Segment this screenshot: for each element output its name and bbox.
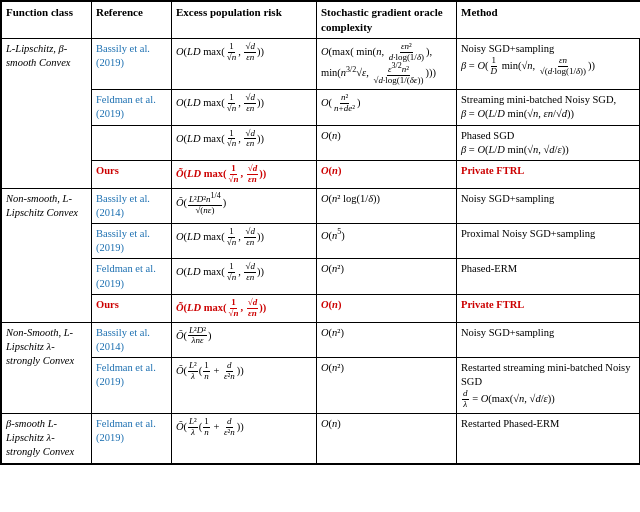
- ref-cell: Feldman et al. (2019): [92, 357, 172, 413]
- risk-cell-ours: Õ(LD max(1√n, √dεn)): [172, 160, 317, 188]
- table-row-ours: Ours Õ(LD max(1√n, √dεn)) O(n) Private F…: [2, 160, 641, 188]
- header-method: Method: [457, 2, 641, 39]
- function-class-cell: L-Lipschitz, β-smooth Convex: [2, 38, 92, 188]
- method-cell: Noisy SGD+sampling: [457, 322, 641, 357]
- risk-cell: O(LD max(1√n, √dεn)): [172, 125, 317, 160]
- complexity-cell-ours: O(n): [317, 160, 457, 188]
- complexity-cell: O(n²): [317, 322, 457, 357]
- risk-cell: Õ(L²λ(1n + dε²n)): [172, 414, 317, 464]
- table-row: β-smooth L-Lipschitz λ-strongly Convex F…: [2, 414, 641, 464]
- header-stochastic-gradient: Stochastic gradient oracle complexity: [317, 2, 457, 39]
- header-function-class: Function class: [2, 2, 92, 39]
- risk-cell: O(LD max(1√n, √dεn)): [172, 90, 317, 125]
- header-reference: Reference: [92, 2, 172, 39]
- ref-cell: Bassily et al. (2014): [92, 322, 172, 357]
- ref-cell-ours: Ours: [92, 294, 172, 322]
- method-cell: Proximal Noisy SGD+sampling: [457, 224, 641, 259]
- risk-cell: Õ(L²λ(1n + dε²n)): [172, 357, 317, 413]
- method-cell: Noisy SGD+sampling: [457, 188, 641, 223]
- complexity-cell: O(n²): [317, 259, 457, 294]
- method-cell: Restarted Phased-ERM: [457, 414, 641, 464]
- table-row: Non-smooth, L-Lipschitz Convex Bassily e…: [2, 188, 641, 223]
- method-cell: Noisy SGD+sampling β = O(1D min(√n, εn√(…: [457, 38, 641, 90]
- table-row: Feldman et al. (2019) O(LD max(1√n, √dεn…: [2, 259, 641, 294]
- complexity-cell: O(n²): [317, 357, 457, 413]
- method-cell: Streaming mini-batched Noisy SGD, β = O(…: [457, 90, 641, 125]
- table-row: O(LD max(1√n, √dεn)) O(n) Phased SGD β =…: [2, 125, 641, 160]
- function-class-cell: β-smooth L-Lipschitz λ-strongly Convex: [2, 414, 92, 464]
- ref-cell-ours: Ours: [92, 160, 172, 188]
- header-excess-pop-risk: Excess population risk: [172, 2, 317, 39]
- complexity-cell: O(n): [317, 125, 457, 160]
- method-cell: Restarted streaming mini-batched Noisy S…: [457, 357, 641, 413]
- complexity-cell: O(n² log(1/δ)): [317, 188, 457, 223]
- method-cell-ours: Private FTRL: [457, 160, 641, 188]
- method-cell: Phased-ERM: [457, 259, 641, 294]
- complexity-cell: O(n): [317, 414, 457, 464]
- table-row: Feldman et al. (2019) Õ(L²λ(1n + dε²n)) …: [2, 357, 641, 413]
- ref-cell: Feldman et al. (2019): [92, 259, 172, 294]
- risk-cell-ours: Õ(LD max(1√n, √dεn)): [172, 294, 317, 322]
- complexity-cell-ours: O(n): [317, 294, 457, 322]
- table-row: L-Lipschitz, β-smooth Convex Bassily et …: [2, 38, 641, 90]
- table-row: Feldman et al. (2019) O(LD max(1√n, √dεn…: [2, 90, 641, 125]
- complexity-cell: O(n²n+de²): [317, 90, 457, 125]
- table-row: Non-Smooth, L-Lipschitz λ-strongly Conve…: [2, 322, 641, 357]
- ref-cell: Bassily et al. (2019): [92, 224, 172, 259]
- risk-cell: O(LD max(1√n, √dεn)): [172, 38, 317, 90]
- table-row: Bassily et al. (2019) O(LD max(1√n, √dεn…: [2, 224, 641, 259]
- risk-cell: O(LD max(1√n, √dεn)): [172, 259, 317, 294]
- ref-cell: Feldman et al. (2019): [92, 414, 172, 464]
- ref-cell: [92, 125, 172, 160]
- risk-cell: O(LD max(1√n, √dεn)): [172, 224, 317, 259]
- complexity-cell: O(n5): [317, 224, 457, 259]
- risk-cell: Õ(L²D²n1/4√(nε)): [172, 188, 317, 223]
- risk-cell: Õ(L²D²λnε): [172, 322, 317, 357]
- table-row-ours: Ours Õ(LD max(1√n, √dεn)) O(n) Private F…: [2, 294, 641, 322]
- comparison-table: Function class Reference Excess populati…: [0, 0, 640, 465]
- function-class-cell: Non-smooth, L-Lipschitz Convex: [2, 188, 92, 322]
- ref-cell: Bassily et al. (2014): [92, 188, 172, 223]
- method-cell-ours: Private FTRL: [457, 294, 641, 322]
- method-cell: Phased SGD β = O(L/D min(√n, √d/ε)): [457, 125, 641, 160]
- complexity-cell: O(max( min(n, εn²d·log(1/δ)), min(n3/2√ε…: [317, 38, 457, 90]
- ref-cell: Feldman et al. (2019): [92, 90, 172, 125]
- ref-cell: Bassily et al. (2019): [92, 38, 172, 90]
- function-class-cell: Non-Smooth, L-Lipschitz λ-strongly Conve…: [2, 322, 92, 413]
